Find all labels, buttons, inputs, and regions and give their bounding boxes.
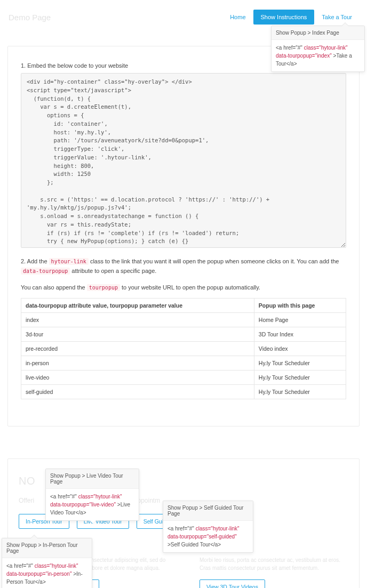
table-row: 3d-tour3D Tour Index <box>21 327 346 341</box>
tooltip-take-a-tour: Show Popup > Index Page <a href="#" clas… <box>271 26 365 72</box>
text: You can also append the <box>21 284 87 291</box>
brand: Demo Page <box>7 13 51 22</box>
table-row: live-videoHy.ly Tour Scheduler <box>21 370 346 384</box>
table-header-popup: Popup with this page <box>254 298 346 312</box>
tooltip-body: <a href="#" class="hytour-link" data-tou… <box>2 558 92 588</box>
tooltip-title: Show Popup > Self Guided Tour Page <box>163 501 253 521</box>
tooltip-live-video: Show Popup > Live Video Tour Page <a hre… <box>45 469 139 521</box>
text: attribute to open a specific page. <box>71 268 156 274</box>
tooltip-code-pre: <a href="#" <box>276 45 304 51</box>
cell: index <box>21 312 254 327</box>
table-row: pre-recordedVideo index <box>21 341 346 356</box>
cell: Hy.ly Tour Scheduler <box>254 384 346 399</box>
cell: 3D Tour Index <box>254 327 346 341</box>
cell: Video index <box>254 341 346 356</box>
text: Offeri <box>19 497 34 504</box>
tooltip-self-guided: Show Popup > Self Guided Tour Page <a hr… <box>163 501 253 553</box>
navbar: Demo Page Home Show Instructions Take a … <box>7 10 360 30</box>
nav-take-a-tour[interactable]: Take a Tour <box>314 10 360 25</box>
instructions-panel: 1. Embed the below code to your website … <box>7 46 360 426</box>
code-data-tourpopup: data-tourpopup <box>21 268 70 275</box>
view-3d-tour-button[interactable]: View 3D Tour Videos <box>200 579 265 588</box>
step-3-desc: You can also append the tourpopup to you… <box>21 283 346 293</box>
cell: Hy.ly Tour Scheduler <box>254 370 346 384</box>
tooltip-title: Show Popup > Index Page <box>272 26 364 40</box>
cell: live-video <box>21 370 254 384</box>
cell: Home Page <box>254 312 346 327</box>
text: <a href="#" <box>6 563 35 569</box>
cell: pre-recorded <box>21 341 254 356</box>
table-row: in-personHy.ly Tour Scheduler <box>21 356 346 370</box>
text: 2. Add the <box>21 258 49 264</box>
table-row: self-guidedHy.ly Tour Scheduler <box>21 384 346 399</box>
cell: in-person <box>21 356 254 370</box>
tooltip-body: <a href="#" class="hytour-link" data-tou… <box>272 40 364 71</box>
nav: Home Show Instructions Take a Tour Show … <box>222 10 360 25</box>
step-2-desc: 2. Add the hytour-link class to the link… <box>21 257 346 276</box>
code-hytour-link: hytour-link <box>49 258 89 265</box>
cell: 3d-tour <box>21 327 254 341</box>
cell: Hy.ly Tour Scheduler <box>254 356 346 370</box>
text: <a href="#" <box>50 494 78 500</box>
code-tourpopup: tourpopup <box>87 284 120 291</box>
table-row: indexHome Page <box>21 312 346 327</box>
table-header-attr: data-tourpopup attribute value, tourpopu… <box>21 298 254 312</box>
col-desc: Morbi leo risus, porta ac consectetur ac… <box>200 556 349 572</box>
nav-home[interactable]: Home <box>222 10 253 25</box>
tooltip-title: Show Popup > In-Person Tour Page <box>2 538 92 558</box>
nav-show-instructions[interactable]: Show Instructions <box>253 10 315 25</box>
tooltip-body: <a href="#" class="hytour-link" data-tou… <box>163 521 253 552</box>
text: >Self Guided Tour</a> <box>167 542 221 547</box>
tooltip-body: <a href="#" class="hytour-link" data-tou… <box>46 489 139 520</box>
mapping-table: data-tourpopup attribute value, tourpopu… <box>21 298 346 399</box>
text: <a href="#" <box>167 526 196 531</box>
tooltip-title: Show Popup > Live Video Tour Page <box>46 469 139 489</box>
cell: self-guided <box>21 384 254 399</box>
tooltip-in-person: Show Popup > In-Person Tour Page <a href… <box>2 538 92 588</box>
embed-code-textarea[interactable] <box>21 73 346 248</box>
text: class to the link that you want it will … <box>90 258 339 264</box>
text: to your website URL to open the popup au… <box>122 284 260 291</box>
